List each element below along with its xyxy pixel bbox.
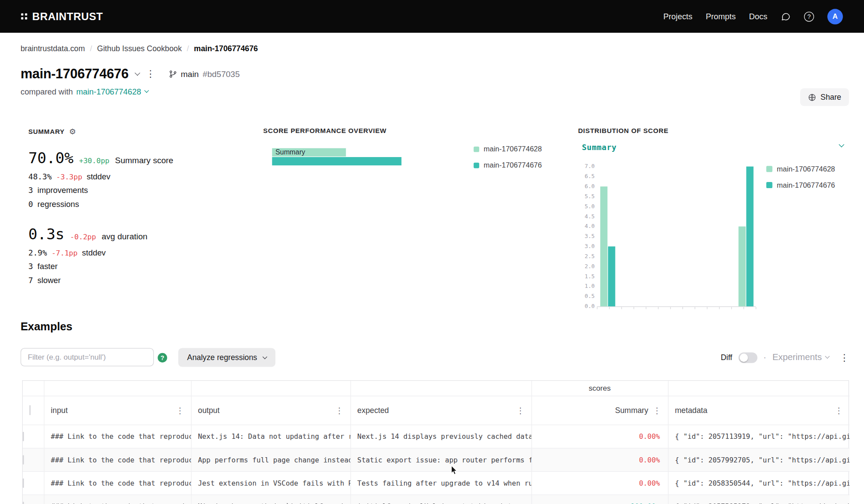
cell-expected[interactable]: initialCanonicalUrl is not taking into a… [351, 494, 532, 504]
column-kebab-icon[interactable]: ⋮ [335, 406, 344, 414]
help-icon[interactable]: ? [804, 11, 814, 21]
summary-score-metric: 70.0% +30.0pp Summary score [28, 149, 256, 167]
diff-toggle-knob [740, 353, 748, 361]
compare-prefix: compared with [21, 87, 73, 96]
diff-toggle[interactable] [738, 352, 757, 363]
table-group-header-row: scores [23, 381, 850, 396]
distribution-bar-main-1706774676-0% [608, 246, 615, 306]
nav-link-prompts[interactable]: Prompts [706, 12, 736, 21]
cell-summary-score[interactable]: 100.00% [531, 494, 668, 504]
filter-input[interactable] [21, 348, 154, 366]
cell-input[interactable]: ### Link to the code that reproduc… [44, 448, 191, 471]
cell-output[interactable]: Jest extension in VSCode fails with R… [191, 471, 350, 494]
distribution-chevron-down-icon[interactable] [839, 142, 844, 147]
cell-expected[interactable]: Tests failing after upgrade to v14 when … [351, 471, 532, 494]
column-header-output[interactable]: output⋮ [191, 396, 350, 425]
y-axis-tick-label: 2.0 [580, 263, 595, 270]
x-axis-tick [682, 307, 683, 309]
cell-metadata[interactable]: { "id": 2057113919, "url": "https://api.… [668, 425, 850, 448]
column-header-expected[interactable]: expected⋮ [351, 396, 532, 425]
score-overview-chart: Summary [272, 148, 461, 165]
compare-target-link[interactable]: main-1706774628 [76, 87, 148, 96]
duration-delta: -0.2pp [70, 233, 96, 241]
column-kebab-icon[interactable]: ⋮ [653, 406, 661, 414]
table-row[interactable]: ### Link to the code that reproduc… Jest… [23, 471, 850, 494]
cell-output[interactable]: App performs full page change instead… [191, 448, 350, 471]
y-axis-tick-label: 7.0 [580, 163, 595, 170]
cell-metadata[interactable]: { "id": 2058350544, "url": "https://api.… [668, 471, 850, 494]
table-options-kebab-icon[interactable]: ⋮ [839, 352, 849, 364]
row-select-cell [23, 494, 44, 504]
group-cell-empty [668, 381, 850, 396]
brand-logo[interactable]: BRAINTRUST [21, 10, 103, 22]
row-checkbox[interactable] [23, 501, 24, 504]
regressions-row: 0 regressions [28, 200, 256, 209]
nav-link-projects[interactable]: Projects [663, 12, 692, 21]
chat-icon[interactable] [781, 11, 791, 21]
column-label: metadata [675, 406, 707, 414]
x-axis-tick [695, 307, 695, 309]
avatar[interactable]: A [827, 9, 843, 24]
x-axis-tick [597, 307, 597, 309]
share-button[interactable]: Share [800, 88, 849, 106]
column-header-summary[interactable]: Summary⋮ [531, 396, 668, 425]
cell-input[interactable]: ### Link to the code that reproduc… [44, 471, 191, 494]
duration-stddev-label: stddev [82, 248, 105, 257]
cell-metadata[interactable]: { "id": 2057595179, "url": "https://api.… [668, 494, 850, 504]
cell-output[interactable]: Next.js 14: Data not updating after r… [191, 425, 350, 448]
row-checkbox[interactable] [23, 431, 24, 441]
experiments-label: Experiments [773, 353, 822, 363]
cell-expected[interactable]: Static export issue: app router performs… [351, 448, 532, 471]
distribution-chart: 7.06.56.05.55.04.54.03.53.02.52.01.51.00… [580, 167, 764, 312]
column-header-metadata[interactable]: metadata⋮ [668, 396, 850, 425]
summary-score-label: Summary score [115, 155, 173, 165]
cell-expected[interactable]: Next.js 14 displays previously cached da… [351, 425, 532, 448]
table-row[interactable]: ### Link to the code that reproduc… Next… [23, 425, 850, 448]
breadcrumb-experiment[interactable]: main-1706774676 [194, 44, 258, 52]
x-axis-tick [634, 307, 634, 309]
distribution-legend: main-1706774628 main-1706774676 [766, 165, 835, 197]
cell-summary-score[interactable]: 0.00% [531, 448, 668, 471]
summary-heading-label: SUMMARY [28, 128, 65, 136]
column-kebab-icon[interactable]: ⋮ [516, 406, 524, 414]
column-label: output [198, 406, 219, 414]
scores-group-header: scores [531, 381, 668, 396]
row-checkbox[interactable] [23, 455, 24, 465]
cell-summary-score[interactable]: 0.00% [531, 425, 668, 448]
compare-row: compared with main-1706774628 [21, 87, 148, 96]
gear-icon[interactable]: ⚙ [69, 127, 77, 136]
examples-toolbar-right: Diff · Experiments ⋮ [721, 348, 849, 367]
summary-score-delta: +30.0pp [79, 157, 110, 165]
breadcrumb-separator: / [187, 44, 189, 52]
x-axis-tick [670, 307, 671, 309]
globe-icon [808, 93, 816, 101]
column-header-input[interactable]: input⋮ [44, 396, 191, 425]
analyze-regressions-button[interactable]: Analyze regressions [178, 348, 275, 367]
column-kebab-icon[interactable]: ⋮ [835, 406, 843, 414]
title-kebab-icon[interactable]: ⋮ [146, 69, 155, 79]
experiments-selector[interactable]: Experiments [773, 353, 829, 363]
y-axis-tick-label: 3.0 [580, 243, 595, 250]
title-chevron-down-icon[interactable] [134, 70, 140, 76]
breadcrumb-org[interactable]: braintrustdata.com [21, 44, 85, 52]
improvements-row: 3 improvements [28, 186, 256, 195]
table-row[interactable]: ### Link to the code that reproduc… App … [23, 448, 850, 471]
breadcrumb-project[interactable]: Github Issues Cookbook [97, 44, 182, 52]
cell-output[interactable]: Missing base path in `initialCanonica… [191, 494, 350, 504]
table-row[interactable]: ### Link to the code that reproduc… Miss… [23, 494, 850, 504]
help-glyph: ? [808, 13, 811, 20]
column-kebab-icon[interactable]: ⋮ [176, 406, 184, 414]
experiments-chevron-down-icon [825, 354, 830, 359]
cell-summary-score[interactable]: 0.00% [531, 471, 668, 494]
cell-input[interactable]: ### Link to the code that reproduc… [44, 425, 191, 448]
summary-heading: SUMMARY ⚙ [28, 127, 256, 136]
row-checkbox[interactable] [23, 478, 24, 488]
select-all-checkbox[interactable] [29, 405, 31, 415]
nav-link-docs[interactable]: Docs [749, 12, 767, 21]
cell-input[interactable]: ### Link to the code that reproduc… [44, 494, 191, 504]
distribution-score-select[interactable]: Summary [582, 143, 617, 151]
share-label: Share [821, 93, 841, 102]
compare-target-label: main-1706774628 [76, 87, 141, 96]
cell-metadata[interactable]: { "id": 2057992705, "url": "https://api.… [668, 448, 850, 471]
filter-help-icon[interactable]: ? [158, 353, 167, 363]
